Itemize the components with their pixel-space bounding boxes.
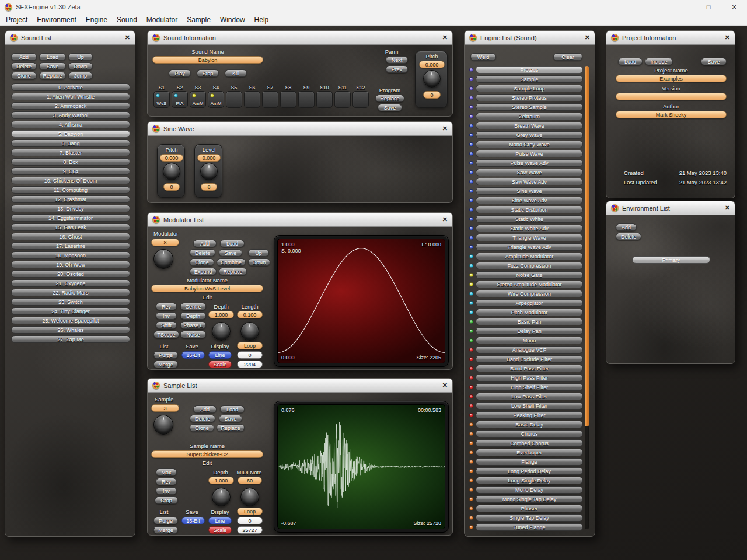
engine-list-item[interactable]: Noise Gate: [467, 271, 583, 279]
engine-list-item[interactable]: Long Single Delay: [467, 477, 583, 484]
sound-list-item[interactable]: 10. Chickens Of Doom: [11, 177, 130, 184]
engine-list-item[interactable]: Static White Adv: [467, 225, 583, 232]
sound-list-item[interactable]: 0. Activate: [11, 83, 130, 91]
bits-toggle[interactable]: 16-Bit: [181, 517, 205, 524]
sound-list-item[interactable]: 21. Oxygene: [11, 279, 130, 287]
parm-next-button[interactable]: Next: [386, 56, 408, 64]
engine-list-item[interactable]: Pulse Wave: [467, 150, 583, 158]
sound-list-item[interactable]: 27. Zap Me: [11, 335, 130, 343]
slot-box[interactable]: [334, 91, 351, 108]
sample-index-field[interactable]: 3: [151, 404, 179, 412]
menu-sound[interactable]: Sound: [112, 14, 142, 25]
sound-list-item[interactable]: 3. Andy Warhol: [11, 111, 130, 119]
sound-list-item[interactable]: 7. Blaster: [11, 149, 130, 156]
slot-box[interactable]: [262, 91, 278, 108]
parm-prev-button[interactable]: Prev: [386, 65, 408, 73]
project-information-titlebar[interactable]: Project Information ✕: [606, 31, 735, 45]
close-icon[interactable]: ✕: [442, 382, 448, 389]
merge-button[interactable]: Merge: [153, 526, 178, 534]
sound-list-item[interactable]: 8. Box: [11, 158, 130, 166]
sample-depth-field[interactable]: 1.000: [208, 477, 234, 484]
engine-list-item[interactable]: Zeitraum: [467, 113, 583, 120]
modulator-index-knob[interactable]: [153, 249, 173, 269]
sample-display-screen[interactable]: 0.876 00:00.583 -0.687 Size: 25728: [277, 404, 445, 529]
sound-up-button[interactable]: Up: [68, 53, 93, 61]
close-icon[interactable]: ✕: [442, 216, 448, 223]
depth-field[interactable]: 1.000: [208, 311, 234, 318]
engine-list-item[interactable]: Stereo Proteus: [467, 94, 583, 102]
play-button[interactable]: Play: [169, 69, 191, 77]
sample-index-knob[interactable]: [153, 415, 173, 435]
menu-modulator[interactable]: Modulator: [142, 14, 182, 25]
sound-replace-button[interactable]: Replace: [39, 72, 66, 79]
sample-list-titlebar[interactable]: Sample List ✕: [148, 379, 452, 393]
sound-slot[interactable]: S12: [352, 85, 369, 108]
sine-level-value-field[interactable]: 0.000: [197, 154, 221, 162]
project-save-button[interactable]: Save: [701, 58, 727, 65]
engine-list-item[interactable]: Fuzz Compression: [467, 262, 583, 270]
modulator-down-button[interactable]: Down: [248, 258, 270, 266]
engine-list-item[interactable]: Triangle Wave Adv: [467, 243, 583, 251]
loop-count-field[interactable]: 0: [237, 517, 263, 524]
project-load-button[interactable]: Load: [618, 58, 643, 65]
scale-button[interactable]: Scale: [208, 360, 232, 368]
loop-count-field[interactable]: 0: [237, 351, 263, 359]
sample-name-field[interactable]: SuperChicken-C2: [151, 450, 263, 458]
engine-list-item[interactable]: Single Tap Delay: [467, 514, 583, 522]
modulator-shift-button[interactable]: Shift: [156, 321, 177, 329]
sound-information-titlebar[interactable]: Sound Information ✕: [148, 31, 452, 45]
sine-pitch-value-field[interactable]: 0.000: [160, 154, 183, 162]
project-include-button[interactable]: Include: [645, 58, 673, 65]
close-icon[interactable]: ✕: [721, 0, 747, 14]
engine-list-item[interactable]: Saw Wave: [467, 169, 583, 176]
slot-box[interactable]: WvS: [153, 91, 170, 108]
menu-engine[interactable]: Engine: [81, 14, 112, 25]
midi-note-knob[interactable]: [240, 488, 259, 506]
maximize-icon[interactable]: □: [696, 0, 721, 14]
close-icon[interactable]: ✕: [442, 125, 448, 132]
slot-box[interactable]: PtA: [172, 91, 188, 108]
modulator-delete-button[interactable]: Delete: [190, 249, 215, 257]
weld-button[interactable]: Weld: [470, 53, 496, 61]
engine-list-item[interactable]: Breath Wave: [467, 122, 583, 130]
sample-delete-button[interactable]: Delete: [190, 415, 215, 422]
engine-list-item[interactable]: Proteus: [467, 66, 583, 74]
sine-pitch-knob[interactable]: [163, 163, 180, 180]
engine-list-item[interactable]: Low Pass Filter: [467, 393, 583, 400]
close-icon[interactable]: ✕: [725, 34, 730, 41]
engine-list-item[interactable]: Combed Chorus: [467, 439, 583, 447]
sound-slot[interactable]: S9: [298, 85, 315, 108]
sound-jump-button[interactable]: Jump: [68, 72, 93, 79]
engine-list-item[interactable]: Phaser: [467, 505, 583, 512]
merge-button[interactable]: Merge: [153, 360, 178, 368]
sound-list-item[interactable]: 17. Laserfire: [11, 242, 130, 250]
close-icon[interactable]: ✕: [125, 34, 130, 41]
kill-button[interactable]: Kill: [225, 69, 247, 77]
engine-list-item[interactable]: High Pass Filter: [467, 374, 583, 382]
engine-list-item[interactable]: Everlooper: [467, 449, 583, 456]
program-replace-button[interactable]: Replace: [375, 94, 404, 102]
engine-list-item[interactable]: Mono Delay: [467, 486, 583, 494]
length-field[interactable]: 0.100: [237, 311, 263, 318]
window-titlebar[interactable]: SFXEngine v1.30 Zeta — □ ✕: [0, 0, 747, 14]
minimize-icon[interactable]: —: [670, 0, 696, 14]
sound-list-item[interactable]: 13. Driveby: [11, 205, 130, 212]
modulator-save-button[interactable]: Save: [219, 249, 242, 257]
sample-load-button[interactable]: Load: [220, 405, 245, 413]
environment-list-titlebar[interactable]: Environment List ✕: [606, 201, 735, 215]
engine-list-item[interactable]: Amplitude Modulator: [467, 253, 583, 260]
modulator-display[interactable]: 1.000 S: 0.000 E: 0.000 0.000 Size: 2205: [274, 235, 449, 367]
engine-list-item[interactable]: Band Pass Filter: [467, 365, 583, 372]
sound-list-item[interactable]: 19. Oh Wow: [11, 261, 130, 268]
sound-list-item[interactable]: 12. Crashmat: [11, 195, 130, 203]
purge-button[interactable]: Purge: [153, 517, 178, 524]
slot-box[interactable]: [352, 91, 369, 108]
modulator-up-button[interactable]: Up: [248, 249, 269, 257]
sound-list-item[interactable]: 9. C64: [11, 167, 130, 175]
engine-list-item[interactable]: Band Exclude Filter: [467, 355, 583, 363]
clear-button[interactable]: Clear: [553, 53, 582, 61]
engine-list-item[interactable]: Sine Wave Adv: [467, 197, 583, 204]
engine-list-item[interactable]: Triangle Wave: [467, 234, 583, 242]
purge-button[interactable]: Purge: [153, 351, 178, 359]
modulator-name-field[interactable]: Babylon WvS Level: [151, 285, 263, 292]
